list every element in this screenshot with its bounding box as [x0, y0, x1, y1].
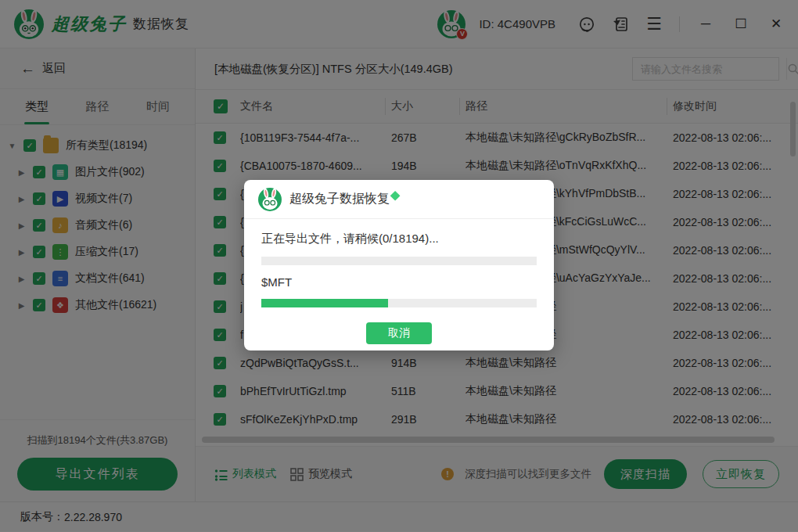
dialog-body: 正在导出文件，请稍候(0/18194)... $MFT 取消: [244, 219, 554, 344]
dialog-header: 超级兔子数据恢复: [244, 180, 554, 219]
dialog-title: 超级兔子数据恢复: [289, 191, 390, 207]
export-progress-dialog: 超级兔子数据恢复 正在导出文件，请稍候(0/18194)... $MFT 取消: [244, 180, 554, 350]
file-progress-fill: [261, 299, 388, 307]
overall-progress-bar: [261, 257, 537, 265]
dialog-rabbit-icon: [258, 188, 282, 211]
app-window: 超级兔子 数据恢复 V ID: 4C490VPB: [0, 0, 798, 532]
export-status-message: 正在导出文件，请稍候(0/18194)...: [261, 232, 537, 246]
file-progress-bar: [261, 299, 537, 307]
diamond-decoration-icon: [390, 191, 401, 201]
cancel-button[interactable]: 取消: [366, 322, 432, 344]
current-file-label: $MFT: [261, 275, 537, 289]
